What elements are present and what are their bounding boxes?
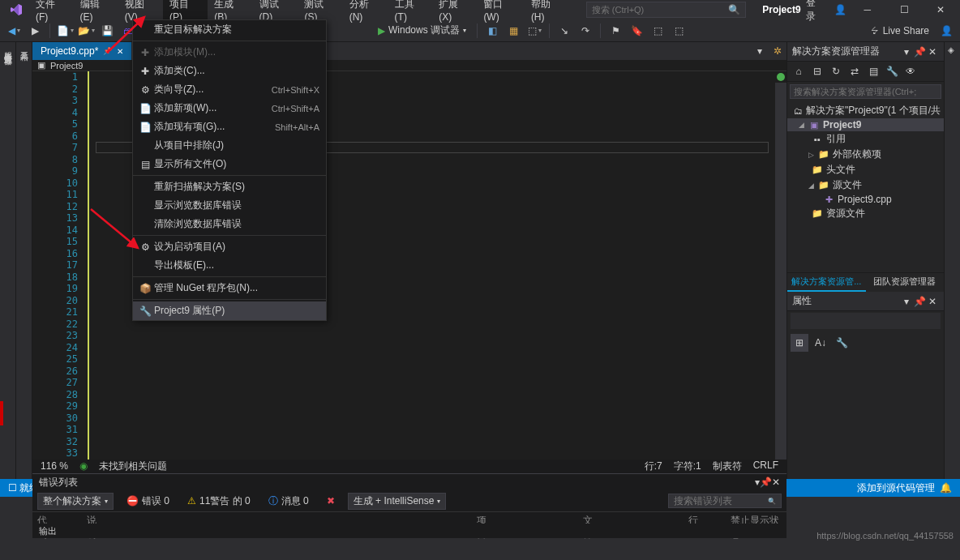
right-vtab[interactable]: ◈ (944, 42, 960, 479)
feedback-button[interactable]: 👤 (937, 22, 955, 40)
solution-home-button[interactable]: ⌂ (791, 64, 807, 79)
solution-search-input[interactable] (790, 84, 941, 99)
toolbar-bookmark-icon[interactable]: 🔖 (628, 22, 645, 40)
line-gutter: 1234567891011121314151617181920212223242… (32, 71, 89, 460)
new-project-button[interactable]: 📄 (56, 22, 74, 40)
menu-clear-db-errors[interactable]: 清除浏览数据库错误 (133, 215, 326, 233)
panel-close-button[interactable]: ✕ (772, 477, 780, 488)
toolbar-icon-1[interactable]: ◧ (483, 22, 501, 40)
error-scope-dropdown[interactable]: 整个解决方案▾ (37, 493, 114, 510)
zoom-level[interactable]: 116 % (41, 460, 68, 472)
error-list-title: 错误列表 (39, 476, 78, 489)
menu-project-properties[interactable]: 🔧Project9 属性(P) (133, 301, 326, 320)
menu-rescan[interactable]: 重新扫描解决方案(S) (133, 177, 326, 196)
menu-show-all[interactable]: ▤显示所有文件(O) (133, 155, 326, 173)
watermark: https://blog.csdn.net/qq_44157558 (816, 531, 954, 541)
tab-solution-explorer[interactable]: 解决方案资源管... (787, 273, 866, 292)
editor-scrollbar[interactable]: ▴ (775, 71, 786, 460)
panel-pin-button[interactable]: 📌 (760, 477, 772, 488)
warnings-filter[interactable]: ⚠11警告 的 0 (182, 494, 255, 509)
menu-add-class[interactable]: ✚添加类(C)... (133, 62, 326, 80)
scope-name[interactable]: Project9 (50, 61, 83, 71)
solution-explorer-title: 解决方案资源管理器 (792, 45, 880, 58)
panel-pin-button[interactable]: 📌 (913, 46, 926, 58)
live-share-icon: ⭍ (870, 25, 880, 36)
solution-properties-button[interactable]: 🔧 (884, 64, 900, 79)
tab-settings-button[interactable]: ✲ (769, 42, 786, 60)
props-close-button[interactable]: ✕ (926, 296, 939, 307)
output-panel-title[interactable]: 输出 (32, 524, 786, 538)
quick-search[interactable]: 🔍 (586, 2, 746, 18)
step-over-button[interactable]: ↷ (576, 22, 594, 40)
user-icon[interactable]: 👤 (834, 4, 846, 15)
step-in-button[interactable]: ↘ (555, 22, 573, 40)
toolbar-icon-3[interactable]: ⬚ (525, 22, 543, 40)
tree-project[interactable]: ◢▣ Project9 (787, 118, 944, 131)
tab-team-explorer[interactable]: 团队资源管理器 (866, 273, 945, 292)
props-pin-button[interactable]: 📌 (913, 296, 926, 307)
messages-filter[interactable]: ⓘ消息 0 (264, 494, 314, 509)
debug-target-dropdown[interactable]: ▶ Windows 调试器 ▾ (373, 22, 471, 39)
search-input[interactable] (592, 5, 728, 15)
menu-retarget[interactable]: 重定目标解决方案 (133, 20, 326, 39)
issues-ok-icon: ◉ (79, 460, 88, 472)
tab-close-icon[interactable]: ✕ (117, 47, 123, 56)
tree-headers[interactable]: 📁头文件 (787, 162, 944, 177)
toolbox-tab[interactable]: 工具箱 (16, 42, 32, 479)
errors-filter[interactable]: ⛔错误 0 (122, 494, 174, 509)
panel-close-button[interactable]: ✕ (926, 46, 939, 58)
props-categorized-button[interactable]: ⊞ (791, 334, 808, 352)
pin-icon[interactable]: 📌 (103, 47, 112, 55)
panel-menu-button[interactable]: ▾ (900, 46, 913, 58)
tree-resources[interactable]: 📁资源文件 (787, 206, 944, 221)
minimize-button[interactable]: ─ (851, 0, 883, 19)
toolbar-misc-icon[interactable]: ⬚ (649, 22, 666, 40)
props-menu-button[interactable]: ▾ (900, 296, 913, 307)
menu-nuget[interactable]: 📦管理 NuGet 程序包(N)... (133, 279, 326, 297)
toolbar-icon-2[interactable]: ▦ (504, 22, 522, 40)
line-endings: CRLF (753, 460, 778, 473)
tree-references[interactable]: ▪▪引用 (787, 131, 944, 147)
menu-add-module: ✚添加模块(M)... (133, 43, 326, 62)
error-search[interactable]: 🔍 (668, 494, 782, 508)
tree-external[interactable]: ▷📁外部依赖项 (787, 147, 944, 162)
solution-refresh-button[interactable]: ↻ (828, 64, 844, 79)
nav-fwd-button[interactable]: ▶ (26, 22, 44, 40)
notification-icon[interactable]: 🔔 (940, 482, 952, 494)
menu-export-template[interactable]: 导出模板(E)... (133, 256, 326, 275)
props-alpha-button[interactable]: A↓ (812, 334, 829, 352)
menu-show-db-errors[interactable]: 显示浏览数据库错误 (133, 196, 326, 215)
close-button[interactable]: ✕ (925, 0, 957, 19)
open-button[interactable]: 📂 (77, 22, 95, 40)
menu-add-new-item[interactable]: 📄添加新项(W)...Ctrl+Shift+A (133, 99, 326, 118)
properties-title: 属性 (792, 294, 812, 308)
tree-solution-root[interactable]: 🗂 解决方案"Project9"(1 个项目/共 (787, 103, 944, 118)
solution-sync-button[interactable]: ⇄ (846, 64, 863, 79)
toolbar-misc2-icon[interactable]: ⬚ (670, 22, 688, 40)
tree-cpp-file[interactable]: ✚Project9.cpp (787, 193, 944, 206)
solution-showall-button[interactable]: ▤ (865, 64, 881, 79)
menu-class-wizard[interactable]: ⚙类向导(Z)...Ctrl+Shift+X (133, 80, 326, 99)
menu-exclude[interactable]: 从项目中排除(J) (133, 136, 326, 155)
solution-collapse-button[interactable]: ⊟ (809, 64, 825, 79)
status-source-control[interactable]: 添加到源代码管理 (857, 481, 935, 495)
menu-add-existing-item[interactable]: 📄添加现有项(G)...Shift+Alt+A (133, 118, 326, 136)
tree-sources[interactable]: ◢📁源文件 (787, 177, 944, 193)
annotation-red-bar (0, 401, 3, 425)
document-tab[interactable]: Project9.cpp* 📌 ✕ (32, 42, 131, 60)
maximize-button[interactable]: ☐ (888, 0, 919, 19)
issues-text: 未找到相关问题 (99, 460, 167, 473)
menu-set-startup[interactable]: ⚙设为启动项目(A) (133, 237, 326, 256)
props-wrench-button[interactable]: 🔧 (833, 334, 851, 352)
cursor-line: 行:7 (645, 460, 662, 473)
solution-preview-button[interactable]: 👁 (902, 64, 919, 79)
login-link[interactable]: 登录 (801, 0, 830, 25)
live-share-button[interactable]: ⭍ Live Share (865, 24, 934, 38)
build-filter[interactable]: ✖ (322, 494, 340, 507)
save-button[interactable]: 💾 (98, 22, 116, 40)
props-selector[interactable] (791, 313, 941, 329)
toolbar-flag-icon[interactable]: ⚑ (606, 22, 624, 40)
nav-back-button[interactable]: ◀ (5, 22, 23, 40)
intelli-dropdown[interactable]: 生成 + IntelliSense▾ (348, 493, 447, 510)
tab-overflow-button[interactable]: ▾ (751, 42, 769, 60)
